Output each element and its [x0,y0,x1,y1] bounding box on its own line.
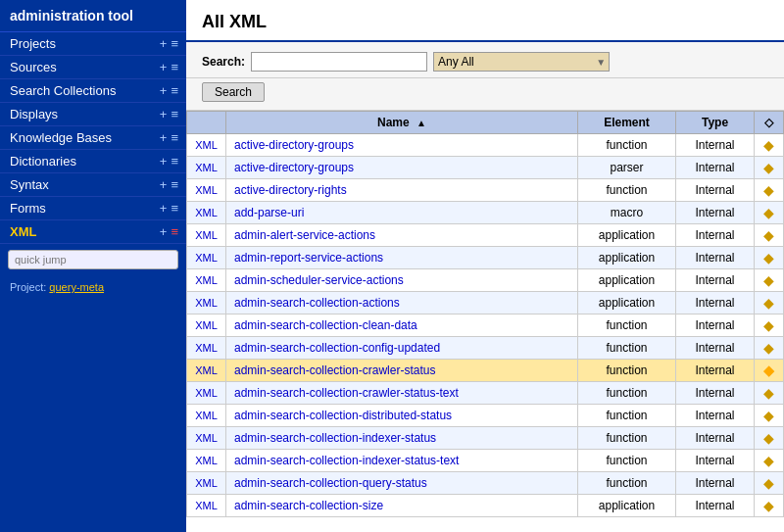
sidebar-item-syntax[interactable]: Syntax + ≡ [0,173,186,197]
table-row: XMLadmin-scheduler-service-actionsapplic… [187,269,784,292]
diamond-icon-cell: ◆ [755,472,784,495]
search-dropdown[interactable]: Any All [433,52,610,72]
menu-icon-syntax[interactable]: ≡ [171,177,178,192]
table-row: XMLadmin-report-service-actionsapplicati… [187,247,784,269]
plus-icon-forms[interactable]: + [160,201,168,216]
diamond-icon-cell: ◆ [755,382,784,405]
type-cell: Internal [676,427,755,450]
xml-link[interactable]: XML [195,500,218,511]
project-link[interactable]: query-meta [49,281,104,293]
table-row: XMLadmin-search-collection-crawler-statu… [187,360,784,382]
xml-cell: XML [187,337,226,360]
name-link[interactable]: active-directory-rights [234,183,347,197]
sidebar-item-displays[interactable]: Displays + ≡ [0,103,186,126]
quick-jump-input[interactable] [8,250,178,269]
name-cell: admin-search-collection-clean-data [226,314,578,337]
menu-icon-xml[interactable]: ≡ [171,224,178,239]
name-link[interactable]: admin-search-collection-size [234,499,383,512]
name-link[interactable]: admin-search-collection-crawler-status-t… [234,386,459,400]
name-link[interactable]: admin-search-collection-clean-data [234,318,417,332]
table-row: XMLadmin-search-collection-indexer-statu… [187,450,784,472]
xml-link[interactable]: XML [195,229,218,241]
name-link[interactable]: admin-search-collection-actions [234,296,400,310]
xml-link[interactable]: XML [195,432,218,444]
name-link[interactable]: admin-report-service-actions [234,251,383,265]
type-cell: Internal [676,472,755,495]
xml-cell: XML [187,427,226,450]
xml-link[interactable]: XML [195,252,218,264]
xml-link[interactable]: XML [195,319,218,331]
name-link[interactable]: admin-alert-service-actions [234,228,375,242]
menu-icon-forms[interactable]: ≡ [171,201,178,216]
sidebar-item-sources[interactable]: Sources + ≡ [0,56,186,79]
diamond-icon: ◆ [763,182,774,198]
search-input[interactable] [251,52,427,72]
name-link[interactable]: admin-search-collection-indexer-status-t… [234,454,459,467]
table-row: XMLadmin-search-collection-crawler-statu… [187,382,784,405]
xml-link[interactable]: XML [195,162,218,173]
name-link[interactable]: admin-search-collection-config-updated [234,341,440,355]
xml-link[interactable]: XML [195,455,218,466]
col-header-type[interactable]: Type [676,112,755,134]
plus-icon-projects[interactable]: + [160,36,168,51]
table-row: XMLadmin-search-collection-distributed-s… [187,405,784,427]
name-cell: admin-search-collection-crawler-status-t… [226,382,578,405]
plus-icon-displays[interactable]: + [160,107,168,121]
sidebar-item-dictionaries[interactable]: Dictionaries + ≡ [0,150,186,173]
col-header-element[interactable]: Element [578,112,676,134]
menu-icon-displays[interactable]: ≡ [171,107,178,121]
name-cell: admin-scheduler-service-actions [226,269,578,292]
diamond-icon: ◆ [763,408,774,423]
element-cell: application [578,495,676,517]
plus-icon-dictionaries[interactable]: + [160,154,168,169]
diamond-icon-cell: ◆ [755,179,784,202]
diamond-icon-cell: ◆ [755,360,784,382]
sidebar-item-search-collections[interactable]: Search Collections + ≡ [0,79,186,103]
diamond-icon-cell: ◆ [755,405,784,427]
sidebar-item-knowledge-bases[interactable]: Knowledge Bases + ≡ [0,126,186,150]
xml-link[interactable]: XML [195,410,218,421]
diamond-icon-cell: ◆ [755,427,784,450]
name-link[interactable]: admin-search-collection-crawler-status [234,363,435,377]
sidebar-item-projects[interactable]: Projects + ≡ [0,32,186,56]
name-link[interactable]: active-directory-groups [234,161,354,174]
xml-link[interactable]: XML [195,387,218,399]
xml-link[interactable]: XML [195,274,218,286]
xml-cell: XML [187,224,226,247]
diamond-icon-cell: ◆ [755,202,784,224]
menu-icon-sources[interactable]: ≡ [171,60,178,74]
sidebar-item-forms[interactable]: Forms + ≡ [0,197,186,220]
xml-link[interactable]: XML [195,184,218,196]
menu-icon-search-collections[interactable]: ≡ [171,83,178,98]
name-link[interactable]: admin-scheduler-service-actions [234,273,404,287]
type-cell: Internal [676,247,755,269]
name-link[interactable]: admin-search-collection-query-status [234,476,427,490]
diamond-icon: ◆ [763,340,774,356]
xml-link[interactable]: XML [195,139,218,151]
sidebar-item-xml[interactable]: XML + ≡ [0,220,186,244]
table-row: XMLactive-directory-groupsfunctionIntern… [187,134,784,157]
plus-icon-search-collections[interactable]: + [160,83,168,98]
xml-link[interactable]: XML [195,297,218,309]
menu-icon-projects[interactable]: ≡ [171,36,178,51]
menu-icon-knowledge-bases[interactable]: ≡ [171,130,178,145]
plus-icon-syntax[interactable]: + [160,177,168,192]
col-header-name[interactable]: Name ▲ [226,112,578,134]
xml-link[interactable]: XML [195,477,218,489]
name-link[interactable]: active-directory-groups [234,138,354,152]
xml-link[interactable]: XML [195,342,218,354]
plus-icon-xml[interactable]: + [160,224,168,239]
name-link[interactable]: add-parse-uri [234,206,304,219]
plus-icon-knowledge-bases[interactable]: + [160,130,168,145]
name-link[interactable]: admin-search-collection-indexer-status [234,431,436,445]
xml-cell: XML [187,247,226,269]
search-button[interactable]: Search [202,82,265,102]
table-row: XMLadmin-search-collection-config-update… [187,337,784,360]
xml-cell: XML [187,269,226,292]
name-link[interactable]: admin-search-collection-distributed-stat… [234,409,452,422]
element-cell: application [578,224,676,247]
xml-link[interactable]: XML [195,207,218,218]
menu-icon-dictionaries[interactable]: ≡ [171,154,178,169]
xml-link[interactable]: XML [195,364,218,376]
plus-icon-sources[interactable]: + [160,60,168,74]
